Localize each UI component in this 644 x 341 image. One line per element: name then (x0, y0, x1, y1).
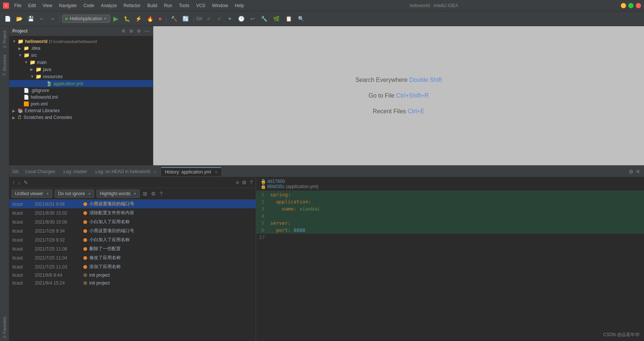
commit-author-8: itcast (12, 273, 35, 278)
stop-button[interactable]: ■ (156, 14, 164, 23)
tree-item-scratches[interactable]: ▶ 🗒 Scratches and Consoles (9, 114, 153, 121)
tree-item-resources[interactable]: ▼ 📁 resources (9, 73, 153, 80)
menu-bar: File Edit View Navigate Code Analyze Ref… (11, 2, 247, 9)
maximize-button[interactable] (628, 3, 634, 8)
tree-item-main[interactable]: ▼ 📁 main (9, 59, 153, 66)
menu-run[interactable]: Run (161, 2, 175, 9)
tab-log-head[interactable]: Log: on HEAD in helloworld ✕ (92, 168, 160, 176)
tree-item-main-label: main (37, 60, 47, 65)
collapse-icon[interactable]: ≡ (235, 179, 240, 186)
tree-item-applicationyml[interactable]: ▶ 🍃 application.yml (9, 80, 153, 87)
menu-code[interactable]: Code (80, 2, 97, 9)
commit-row-9[interactable]: itcast 2021/6/4 15:24 init project (9, 279, 256, 287)
close-button[interactable] (636, 3, 641, 8)
commit-row-1[interactable]: itcast 2021/8/30 15:02 清除配置文件所有内容 (9, 209, 256, 218)
commit-row-5[interactable]: itcast 2021/7/25 11:08 删除了一些配置 (9, 245, 256, 254)
tree-item-java[interactable]: ▶ 📁 java (9, 66, 153, 73)
commit-row-2[interactable]: itcast 2021/8/30 15:00 小白加入了应用名称 (9, 218, 256, 227)
tab-history-appyml[interactable]: History: application.yml ✕ (161, 167, 221, 176)
menu-navigate[interactable]: Navigate (56, 2, 80, 9)
open-button[interactable]: 📂 (14, 14, 25, 23)
tree-item-gitignore[interactable]: ▶ 📄 .gitignore (9, 87, 153, 94)
settings-icon[interactable]: ⚙ (241, 179, 247, 186)
panel-close-icon[interactable]: ✕ (635, 168, 641, 175)
help-icon[interactable]: ? (249, 179, 253, 186)
git-update-button[interactable]: ✦ (225, 14, 234, 23)
scope-icon[interactable]: ⊕ (129, 28, 134, 34)
commit-author-7: itcast (12, 264, 35, 270)
minimize-button[interactable] (621, 3, 626, 8)
git-log-button[interactable]: 📋 (283, 14, 294, 23)
diff-text-17 (268, 234, 644, 240)
git-commit-button[interactable]: ✓ (204, 14, 213, 23)
run-with-coverage-button[interactable]: ⚡ (133, 14, 144, 23)
new-file-button[interactable]: 📄 (2, 14, 13, 23)
commit-author-5: itcast (12, 246, 35, 252)
favorites-panel-tab[interactable]: 2: Favorites (1, 314, 8, 341)
commit-dot-6 (83, 256, 87, 260)
commit-row-6[interactable]: itcast 2021/7/25 11:04 修改了应用名称 (9, 254, 256, 262)
structure-panel-tab[interactable]: 7: Structure (1, 52, 8, 79)
menu-help[interactable]: Help (232, 2, 247, 9)
diff-settings-icon[interactable]: ⚙ (150, 190, 157, 197)
debug-button[interactable]: 🐛 (121, 14, 132, 23)
hint-recent-files: Recent Files Ctrl+E (373, 108, 424, 115)
diff-content[interactable]: 1 spring: 2 application: 3 (256, 191, 644, 341)
unified-viewer-dropdown[interactable]: Unified viewer (12, 190, 52, 198)
project-panel-tab[interactable]: 1: Project (1, 28, 8, 51)
menu-view[interactable]: View (40, 2, 55, 9)
scroll-up-icon[interactable]: ↑ (12, 179, 16, 186)
git-branch-button[interactable]: 🌿 (271, 14, 282, 23)
forward-button[interactable]: → (47, 14, 57, 23)
scroll-down-icon[interactable]: ↓ (17, 179, 21, 186)
git-rollback-button[interactable]: ↩ (248, 14, 257, 23)
diff-text-6: port: 8888 (267, 227, 644, 233)
menu-vcs[interactable]: VCS (193, 2, 209, 9)
save-button[interactable]: 💾 (25, 14, 36, 23)
git-settings-button[interactable]: 🔧 (259, 14, 269, 23)
reload-button[interactable]: 🔄 (180, 14, 191, 23)
build-artifact-button[interactable]: 🔨 (169, 14, 179, 23)
panel-settings-icon[interactable]: ⚙ (628, 168, 634, 175)
tree-item-idea[interactable]: ▶ 📁 .idea (9, 45, 153, 52)
menu-edit[interactable]: Edit (25, 2, 39, 9)
search-everywhere-button[interactable]: 🔍 (296, 14, 306, 23)
commit-row-4[interactable]: itcast 2021/7/28 9:32 小白加入了应用名称 (9, 236, 256, 245)
tree-item-pomxml[interactable]: ▶ 🟧 pom.xml (9, 101, 153, 107)
minimize-panel-icon[interactable]: — (144, 28, 150, 34)
tree-item-helloworld[interactable]: ▼ 📁 helloworld D:\code\xiaobai\helloworl… (9, 38, 153, 45)
run-button[interactable]: ▶ (111, 13, 121, 24)
tree-item-iml[interactable]: ▶ 📄 helloworld.iml (9, 94, 153, 101)
sync-icon[interactable]: ⚙ (121, 28, 126, 34)
ignore-dropdown[interactable]: Do not ignore (55, 190, 94, 198)
edit-icon[interactable]: ✎ (23, 179, 29, 186)
git-history-button[interactable]: 🕐 (236, 14, 247, 23)
commit-row-3[interactable]: itcast 2021/7/28 9:34 小黑设置项目的端口号 (9, 227, 256, 236)
commit-row-7[interactable]: itcast 2021/7/25 11:03 添加了应用名称 (9, 262, 256, 271)
tree-item-src[interactable]: ▼ 📁 src (9, 52, 153, 59)
run-config-selector[interactable]: ▶ HelloApplication ▼ (62, 15, 110, 23)
tree-item-external-libraries[interactable]: ▶ 📚 External Libraries (9, 107, 153, 114)
menu-window[interactable]: Window (209, 2, 231, 9)
commit-row-8[interactable]: itcast 2021/6/8 9:44 init project (9, 271, 256, 279)
menu-tools[interactable]: Tools (176, 2, 192, 9)
menu-analyze[interactable]: Analyze (98, 2, 120, 9)
commit-row-0[interactable]: itcast 2021/8/31 9:06 小黑设置项目的端口号 (9, 200, 256, 209)
profile-button[interactable]: 🔥 (145, 14, 155, 23)
tab-local-changes[interactable]: Local Changes (22, 168, 59, 176)
tab-log-master[interactable]: Log: master (60, 168, 91, 176)
highlight-dropdown[interactable]: Highlight words (96, 190, 140, 198)
gear-icon[interactable]: ⚙ (136, 28, 142, 34)
back-button[interactable]: ← (37, 14, 47, 23)
tab-log-head-close[interactable]: ✕ (154, 170, 157, 174)
diff-help-icon[interactable]: ? (159, 190, 163, 197)
menu-file[interactable]: File (11, 2, 24, 9)
menu-refactor[interactable]: Refactor (121, 2, 144, 9)
tab-history-close[interactable]: ✕ (215, 170, 218, 174)
git-push-button[interactable]: ✓ (215, 14, 224, 23)
diff-options-icon[interactable]: ⊞ (142, 190, 148, 197)
tree-item-appyml-label: application.yml (53, 81, 83, 86)
commit-dot-1 (83, 211, 87, 215)
menu-build[interactable]: Build (144, 2, 160, 9)
commit-author-4: itcast (12, 237, 35, 243)
